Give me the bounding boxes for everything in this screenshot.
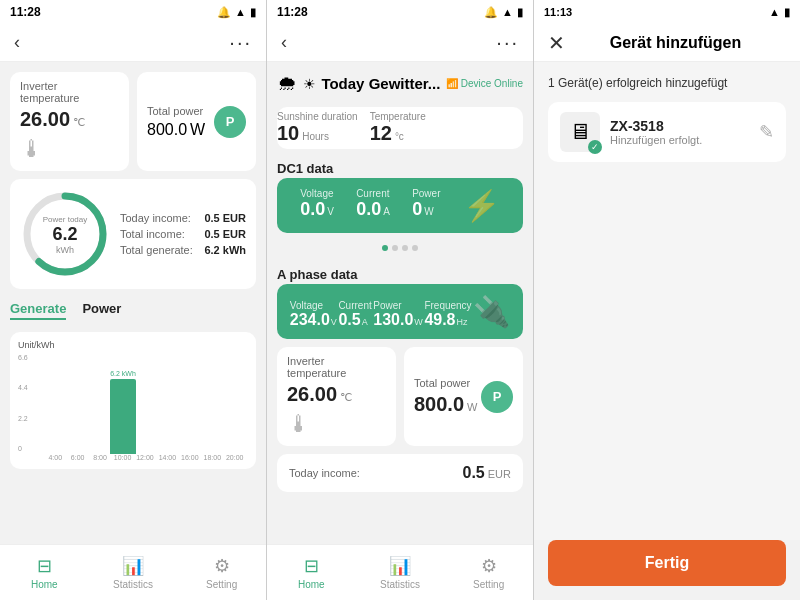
device-name: ZX-3518 [610, 118, 749, 134]
left-inverter-temp-card: Inverter temperature 26.00 ℃ 🌡 [10, 72, 129, 171]
dot-2 [392, 245, 398, 251]
right-wifi-icon: ▲ [769, 6, 780, 18]
stat-total-income: Total income: 0.5 EUR [120, 228, 246, 240]
left-gauge-label: Power today [43, 215, 87, 224]
dc1-current: Current 0.0 A [356, 188, 390, 223]
mid-power-value: 800.0 [414, 393, 464, 416]
sunshine-unit: Hours [302, 131, 329, 142]
solar-panel-icon: ⚡ [463, 188, 500, 223]
mid-top-nav: ‹ ··· [267, 24, 533, 62]
stat-total-income-label: Total income: [120, 228, 185, 240]
sunshine-label: Sunshine duration [277, 111, 358, 122]
chart-body: 6.6 4.4 2.2 0 6.2 kWh [18, 354, 248, 461]
phase-voltage-value: 234.0 [290, 311, 330, 329]
device-status: Hinzufügen erfolgt. [610, 134, 749, 146]
mid-more-button[interactable]: ··· [496, 31, 519, 54]
sun-small-icon: ☀ [303, 76, 316, 92]
right-page-title: Gerät hinzufügen [565, 34, 786, 52]
mid-thermometer-icon: 🌡 [287, 410, 386, 438]
tab-power[interactable]: Power [82, 301, 121, 320]
y-axis: 6.6 4.4 2.2 0 [18, 354, 38, 454]
x-14: 14:00 [156, 454, 178, 461]
left-more-button[interactable]: ··· [229, 31, 252, 54]
stat-total-income-value: 0.5 EUR [204, 228, 246, 240]
battery-icon: ▮ [250, 6, 256, 19]
weather-title: Today Gewitter... [321, 75, 440, 92]
right-status-bar: 11:13 ▲ ▮ [534, 0, 800, 24]
mid-total-power-card: Total power 800.0 W P [404, 347, 523, 446]
device-icon-box: 🖥 ✓ [560, 112, 600, 152]
device-card: 🖥 ✓ ZX-3518 Hinzufügen erfolgt. ✎ [548, 102, 786, 162]
dc1-power: Power 0 W [412, 188, 440, 223]
mid-battery-icon: ▮ [517, 6, 523, 19]
dc1-voltage-label: Voltage [300, 188, 334, 199]
phase-title: A phase data [277, 267, 523, 282]
dc1-voltage: Voltage 0.0 V [300, 188, 334, 223]
phase-voltage: Voltage 234.0 V [290, 300, 337, 329]
x-4: 4:00 [44, 454, 66, 461]
edit-icon[interactable]: ✎ [759, 121, 774, 143]
bar-col-10: 6.2 kWh [110, 370, 136, 454]
close-button[interactable]: ✕ [548, 31, 565, 55]
mid-power-badge: P [481, 381, 513, 413]
statistics-icon: 📊 [122, 555, 144, 577]
thermometer-icon: 🌡 [20, 135, 119, 163]
mid-setting-label: Setting [473, 579, 504, 590]
mid-nav-statistics[interactable]: 📊 Statistics [356, 555, 445, 590]
dc1-section: DC1 data Voltage 0.0 V Current 0.0 [277, 157, 523, 233]
mid-home-label: Home [298, 579, 325, 590]
y-label-4-4: 4.4 [18, 384, 38, 391]
phase-freq-value: 49.8 [424, 311, 455, 329]
chart-y-label: Unit/kWh [18, 340, 248, 350]
left-nav-home[interactable]: ⊟ Home [0, 555, 89, 590]
tab-generate[interactable]: Generate [10, 301, 66, 320]
left-content: Inverter temperature 26.00 ℃ 🌡 Total pow… [0, 62, 266, 544]
wifi-signal-icon: 📶 [446, 78, 458, 89]
left-nav-statistics[interactable]: 📊 Statistics [89, 555, 178, 590]
dc1-card: Voltage 0.0 V Current 0.0 A [277, 178, 523, 233]
chart-bars-container: 6.2 kWh 4:00 6:00 8:00 10:00 12:00 14:00 [42, 354, 248, 461]
left-time: 11:28 [10, 5, 41, 19]
left-back-button[interactable]: ‹ [14, 32, 20, 53]
mid-income-label: Today income: [289, 467, 360, 479]
stat-total-generate: Total generate: 6.2 kWh [120, 244, 246, 256]
mid-temp-power-row: Inverter temperature 26.00 ℃ 🌡 Total pow… [277, 347, 523, 446]
y-label-2-2: 2.2 [18, 415, 38, 422]
phase-section: A phase data Voltage 234.0 V Current 0.5 [277, 263, 523, 339]
dc1-current-unit: A [383, 206, 390, 217]
mid-bottom-nav: ⊟ Home 📊 Statistics ⚙ Setting [267, 544, 533, 600]
sunshine-value: 10 [277, 122, 299, 145]
x-12: 12:00 [134, 454, 156, 461]
dot-1 [382, 245, 388, 251]
dc1-power-label: Power [412, 188, 440, 199]
cloud-rain-icon: 🌧 [277, 72, 297, 95]
right-battery-icon: ▮ [784, 6, 790, 19]
phase-power-label: Power [373, 300, 423, 311]
stat-today-income-label: Today income: [120, 212, 191, 224]
device-check-icon: ✓ [588, 140, 602, 154]
statistics-label: Statistics [113, 579, 153, 590]
sunshine-duration: Sunshine duration 10 Hours [277, 111, 358, 145]
left-nav-setting[interactable]: ⚙ Setting [177, 555, 266, 590]
mid-time: 11:28 [277, 5, 308, 19]
device-info: ZX-3518 Hinzufügen erfolgt. [610, 118, 749, 146]
spacer [548, 174, 786, 526]
mid-status-bar: 11:28 🔔 ▲ ▮ [267, 0, 533, 24]
mid-inv-temp-label: Inverter temperature [287, 355, 386, 379]
left-power-badge: P [214, 106, 246, 138]
left-top-nav: ‹ ··· [0, 24, 266, 62]
mid-temperature: Temperature 12 °c [370, 111, 426, 145]
dc1-current-value: 0.0 [356, 199, 381, 220]
bar-chart: 6.2 kWh [42, 354, 248, 454]
mid-nav-setting[interactable]: ⚙ Setting [444, 555, 533, 590]
mid-back-button[interactable]: ‹ [281, 32, 287, 53]
right-panel: 11:13 ▲ ▮ ✕ Gerät hinzufügen 1 Gerät(e) … [534, 0, 800, 600]
fertig-button[interactable]: Fertig [548, 540, 786, 586]
mid-nav-home[interactable]: ⊟ Home [267, 555, 356, 590]
phase-card: Voltage 234.0 V Current 0.5 A [277, 284, 523, 339]
left-total-power-card: Total power 800.0 W P [137, 72, 256, 171]
phase-power-unit: W [414, 317, 423, 327]
left-power-label: Total power [147, 105, 205, 117]
left-chart-area: Unit/kWh 6.6 4.4 2.2 0 6.2 kWh [10, 332, 256, 469]
setting-label: Setting [206, 579, 237, 590]
